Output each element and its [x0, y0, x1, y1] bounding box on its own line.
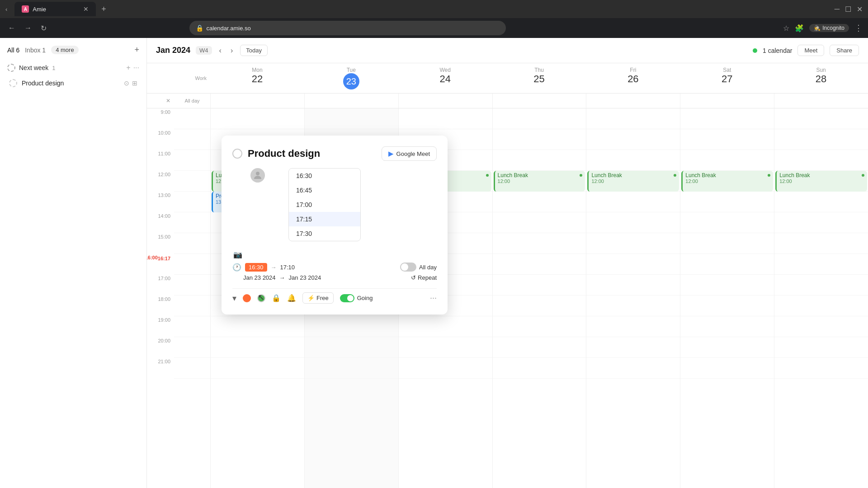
forward-button[interactable]: → — [22, 22, 34, 34]
repeat-icon: ↺ — [411, 274, 416, 281]
allday-cell-sat — [680, 94, 774, 108]
sidebar-tab-more[interactable]: 4 more — [51, 46, 78, 54]
time-option-1630[interactable]: 16:30 — [289, 169, 360, 183]
time-option-1715[interactable]: 17:15 — [289, 212, 360, 226]
day-header-fri: Fri 26 — [586, 63, 680, 93]
calendar-prev-btn[interactable]: ‹ — [217, 45, 223, 56]
calendar-title: Jan 2024 — [156, 46, 190, 55]
google-meet-button[interactable]: ▶ Google Meet — [382, 146, 437, 161]
bell-icon[interactable]: 🔔 — [287, 294, 296, 302]
event-start-time[interactable]: 16:30 — [245, 263, 267, 272]
repeat-label: Repeat — [418, 274, 437, 281]
refresh-button[interactable]: ↻ — [38, 22, 49, 34]
color-picker-green[interactable] — [257, 294, 265, 302]
back-button[interactable]: ← — [5, 22, 18, 34]
event-lunch-thu[interactable]: Lunch Break 12:00 — [494, 171, 585, 192]
next-week-header: Next week 1 + ··· — [7, 64, 139, 72]
work-label: Work — [174, 63, 210, 93]
toolbar-icons: ☆ 🧩 🕵 Incognito ⋮ — [783, 23, 863, 33]
tab-label: Amie — [33, 6, 46, 13]
next-week-checkbox — [7, 64, 15, 72]
allday-label: All day — [419, 264, 437, 271]
allday-toggle-switch[interactable] — [400, 263, 416, 272]
sidebar-add-button[interactable]: + — [134, 45, 139, 55]
day-header-mon: Mon 22 — [210, 63, 304, 93]
day-col-fri[interactable]: Lunch Break 12:00 — [586, 108, 680, 488]
today-button[interactable]: Today — [240, 45, 268, 56]
extensions-icon[interactable]: 🧩 — [795, 24, 804, 33]
close-btn[interactable]: ✕ — [857, 5, 863, 14]
popup-time-row: 🕐 16:30 → 17:10 All day — [232, 263, 437, 272]
browser-toolbar: ← → ↻ 🔒 calendar.amie.so ☆ 🧩 🕵 Incognito… — [0, 18, 868, 38]
date-arrow: → — [279, 274, 285, 281]
popup-actions: ▾ 🔒 🔔 ⚡ Free Going ··· — [232, 288, 437, 304]
task-action-icon-1[interactable]: ⊙ — [124, 80, 129, 87]
new-tab-button[interactable]: + — [101, 5, 106, 14]
time-label-17: 17:00 — [147, 275, 174, 296]
allday-collapse-btn[interactable]: ✕ — [166, 98, 170, 104]
allday-cell-sun — [774, 94, 868, 108]
time-picker-dropdown[interactable]: 16:30 16:45 17:00 17:15 17:30 — [288, 168, 361, 241]
task-item-product-design[interactable]: Product design ⊙ ⊞ — [7, 75, 139, 91]
work-text: Work — [195, 75, 207, 81]
tab-close-btn[interactable]: ✕ — [83, 5, 89, 13]
calendar-count-label: 1 calendar — [763, 47, 792, 54]
time-label-18: 18:00 — [147, 296, 174, 316]
more-options-btn[interactable]: ··· — [430, 293, 437, 303]
next-week-title: Next week — [19, 64, 48, 71]
bookmark-icon[interactable]: ☆ — [783, 24, 789, 33]
sidebar-tab-inbox[interactable]: Inbox 1 — [25, 47, 46, 54]
share-button[interactable]: Share — [830, 45, 859, 56]
free-button[interactable]: ⚡ Free — [302, 292, 334, 304]
event-lunch-sun[interactable]: Lunch Break 12:00 — [775, 171, 867, 192]
time-option-1700[interactable]: 17:00 — [289, 197, 360, 212]
event-lunch-sat[interactable]: Lunch Break 12:00 — [681, 171, 773, 192]
task-action-icon-2[interactable]: ⊞ — [132, 80, 137, 87]
date-start[interactable]: Jan 23 2024 — [243, 274, 276, 281]
day-col-sun[interactable]: Lunch Break 12:00 — [774, 108, 868, 488]
url-display: calendar.amie.so — [206, 25, 250, 32]
time-label-9: 9:00 — [147, 108, 174, 129]
allday-text: All day — [184, 98, 199, 103]
work-col-grid — [174, 108, 210, 488]
calendar-color-dot — [753, 48, 757, 53]
minimize-btn[interactable]: ─ — [835, 5, 840, 13]
going-toggle[interactable] — [340, 294, 354, 302]
popup-event-checkbox[interactable] — [232, 149, 242, 159]
calendar-next-btn[interactable]: › — [229, 45, 235, 56]
popup-video-row: 📷 — [232, 250, 437, 259]
task-checkbox[interactable] — [9, 79, 17, 87]
event-lunch-fri[interactable]: Lunch Break 12:00 — [587, 171, 679, 192]
next-week-more-btn[interactable]: ··· — [133, 64, 139, 72]
next-week-add-btn[interactable]: + — [126, 64, 130, 72]
browser-titlebar: ‹ A Amie ✕ + ─ ☐ ✕ — [0, 0, 868, 18]
address-bar[interactable]: 🔒 calendar.amie.so — [189, 21, 506, 35]
date-end[interactable]: Jan 23 2024 — [289, 274, 321, 281]
day-col-thu[interactable]: Lunch Break 12:00 — [492, 108, 586, 488]
day-header-sat: Sat 27 — [680, 63, 774, 93]
day-col-sat[interactable]: Lunch Break 12:00 — [680, 108, 774, 488]
day-header-thu: Thu 25 — [492, 63, 586, 93]
gmeet-label: Google Meet — [396, 150, 430, 157]
color-picker-orange[interactable] — [243, 294, 251, 302]
event-end-time[interactable]: 17:10 — [280, 264, 295, 271]
time-option-1645[interactable]: 16:45 — [289, 183, 360, 197]
lock-icon[interactable]: 🔒 — [272, 294, 281, 302]
event-popup: Product design ▶ Google Meet 16:30 16:45… — [222, 136, 448, 314]
gmeet-icon: ▶ — [388, 150, 394, 158]
popup-event-title: Product design — [248, 148, 320, 160]
menu-icon[interactable]: ⋮ — [854, 23, 863, 33]
popup-repeat[interactable]: ↺ Repeat — [411, 274, 437, 281]
going-label: Going — [357, 295, 373, 301]
browser-tab-amie[interactable]: A Amie ✕ — [14, 2, 96, 16]
task-actions: ⊙ ⊞ — [124, 80, 137, 87]
time-option-1730[interactable]: 17:30 — [289, 226, 360, 241]
meet-button[interactable]: Meet — [797, 45, 824, 56]
going-button[interactable]: Going — [340, 294, 373, 302]
browser-chrome: ‹ A Amie ✕ + ─ ☐ ✕ ← → ↻ 🔒 calendar.amie… — [0, 0, 868, 38]
window-control-back[interactable]: ‹ — [5, 6, 7, 13]
sidebar-tabs: All 6 Inbox 1 4 more + — [7, 45, 139, 55]
expand-btn[interactable]: ▾ — [232, 293, 236, 303]
restore-btn[interactable]: ☐ — [845, 5, 851, 14]
sidebar-tab-all[interactable]: All 6 — [7, 47, 19, 54]
